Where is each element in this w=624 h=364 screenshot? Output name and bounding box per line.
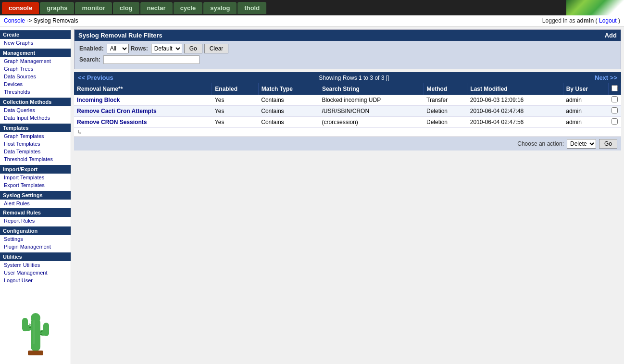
- nav-tab-nectar[interactable]: nectar: [140, 2, 173, 14]
- search-label: Search:: [79, 56, 100, 63]
- table-navigation: << Previous Showing Rows 1 to 3 of 3 [] …: [74, 72, 621, 83]
- breadcrumb-separator: ->: [26, 17, 33, 24]
- sidebar-item-data-sources[interactable]: Data Sources: [0, 73, 71, 80]
- showing-label: Showing Rows 1 to 3 of 3 []: [319, 75, 389, 81]
- sidebar-item-user-management[interactable]: User Management: [0, 269, 71, 276]
- sidebar-section-create: Create: [0, 30, 71, 39]
- breadcrumb-current: Syslog Removals: [34, 17, 78, 24]
- sidebar-item-removal-rules-active[interactable]: Removal Rules: [0, 208, 71, 217]
- enabled-select[interactable]: All Yes No: [107, 44, 129, 53]
- logged-in-user: admin: [577, 17, 594, 24]
- arrow-row: ↳: [74, 128, 621, 137]
- sidebar-section-import-export: Import/Export: [0, 165, 71, 174]
- row-checkbox[interactable]: [612, 107, 618, 113]
- next-link[interactable]: Next >>: [595, 74, 617, 81]
- row-name-link[interactable]: Remove Cacti Cron Attempts: [77, 108, 157, 114]
- th-search-string: Search String: [319, 83, 424, 95]
- prev-link[interactable]: << Previous: [78, 74, 113, 81]
- sidebar-item-host-templates[interactable]: Host Templates: [0, 140, 71, 148]
- filter-row-enabled: Enabled: All Yes No Rows: Default 10 20 …: [79, 44, 616, 53]
- sidebar-item-new-graphs[interactable]: New Graphs: [0, 39, 71, 47]
- sidebar-item-import-templates[interactable]: Import Templates: [0, 174, 71, 181]
- enabled-label: Enabled:: [79, 45, 104, 52]
- breadcrumb-console-link[interactable]: Console: [4, 17, 25, 24]
- nav-tab-clog[interactable]: clog: [113, 2, 139, 14]
- td-check: [609, 106, 621, 117]
- th-by-user: By User: [563, 83, 608, 95]
- sidebar-item-graph-management[interactable]: Graph Management: [0, 57, 71, 65]
- sidebar-item-settings[interactable]: Settings: [0, 235, 71, 243]
- main-layout: Create New Graphs Management Graph Manag…: [0, 26, 624, 364]
- td-by-user: admin: [563, 95, 608, 106]
- sidebar-item-plugin-management[interactable]: Plugin Management: [0, 243, 71, 251]
- top-navigation: console graphs monitor clog nectar cycle…: [0, 0, 624, 15]
- sidebar-item-data-templates[interactable]: Data Templates: [0, 148, 71, 155]
- nav-tab-console[interactable]: console: [2, 2, 39, 14]
- breadcrumb-bar: Console -> Syslog Removals Logged in as …: [0, 15, 624, 26]
- sidebar-item-graph-templates[interactable]: Graph Templates: [0, 132, 71, 140]
- cactus-logo: [0, 284, 71, 364]
- sidebar-item-data-input-methods[interactable]: Data Input Methods: [0, 114, 71, 122]
- action-go-button[interactable]: Go: [599, 139, 617, 149]
- clear-button[interactable]: Clear: [204, 44, 229, 53]
- table-row: Remove CRON Sessionts Yes Contains (cron…: [74, 117, 621, 128]
- logged-in-text: Logged in as: [542, 17, 577, 24]
- filter-panel: Syslog Removal Rule Filters Add Enabled:…: [74, 29, 621, 69]
- add-button[interactable]: Add: [605, 32, 617, 39]
- filter-body: Enabled: All Yes No Rows: Default 10 20 …: [75, 41, 621, 69]
- filter-row-search: Search:: [79, 55, 616, 64]
- sidebar-section-templates: Templates: [0, 124, 71, 132]
- sidebar-item-data-queries[interactable]: Data Queries: [0, 106, 71, 114]
- row-name-link[interactable]: Incoming Block: [77, 97, 120, 103]
- td-name: Incoming Block: [74, 95, 212, 106]
- sidebar-item-alert-rules[interactable]: Alert Rules: [0, 200, 71, 207]
- action-row: Choose an action: Delete Go: [74, 137, 621, 151]
- nav-tab-monitor[interactable]: monitor: [75, 2, 112, 14]
- sidebar: Create New Graphs Management Graph Manag…: [0, 26, 71, 364]
- td-last-modified: 2010-06-04 02:47:48: [467, 106, 563, 117]
- login-paren-close: ): [618, 17, 620, 24]
- sidebar-section-management: Management: [0, 49, 71, 57]
- td-by-user: admin: [563, 117, 608, 128]
- login-paren-open: (: [596, 17, 598, 24]
- sidebar-item-graph-trees[interactable]: Graph Trees: [0, 65, 71, 73]
- sidebar-item-threshold-templates[interactable]: Threshold Templates: [0, 155, 71, 163]
- go-button[interactable]: Go: [184, 44, 202, 53]
- sidebar-item-logout-user[interactable]: Logout User: [0, 276, 71, 284]
- sidebar-item-system-utilities[interactable]: System Utilities: [0, 261, 71, 269]
- login-info: Logged in as admin ( Logout ): [542, 17, 620, 24]
- data-table: Removal Name** Enabled Match Type Search…: [74, 83, 621, 128]
- sidebar-section-collection-methods: Collection Methods: [0, 98, 71, 106]
- row-name-link[interactable]: Remove CRON Sessionts: [77, 119, 147, 126]
- check-all-checkbox[interactable]: [612, 85, 618, 91]
- svg-point-5: [31, 313, 40, 323]
- nav-tab-cycle[interactable]: cycle: [174, 2, 203, 14]
- filter-header: Syslog Removal Rule Filters Add: [75, 30, 621, 41]
- row-checkbox[interactable]: [612, 118, 618, 125]
- td-name: Remove Cacti Cron Attempts: [74, 106, 212, 117]
- svg-rect-11: [33, 320, 35, 344]
- logout-link[interactable]: Logout: [599, 17, 617, 24]
- breadcrumb: Console -> Syslog Removals: [4, 17, 78, 24]
- table-header-row: Removal Name** Enabled Match Type Search…: [74, 83, 621, 95]
- sidebar-item-devices[interactable]: Devices: [0, 80, 71, 88]
- td-method: Transfer: [424, 95, 467, 106]
- row-checkbox[interactable]: [612, 96, 618, 102]
- td-name: Remove CRON Sessionts: [74, 117, 212, 128]
- rows-select[interactable]: Default 10 20 30 50: [151, 44, 182, 53]
- td-search-string: Blocked incoming UDP: [319, 95, 424, 106]
- sidebar-item-export-templates[interactable]: Export Templates: [0, 181, 71, 189]
- nav-tab-graphs[interactable]: graphs: [40, 2, 74, 14]
- sidebar-section-utilities: Utilities: [0, 252, 71, 261]
- td-match-type: Contains: [258, 117, 319, 128]
- nav-tab-thold[interactable]: thold: [237, 2, 266, 14]
- search-input[interactable]: [103, 55, 200, 64]
- svg-line-7: [29, 324, 31, 325]
- site-logo: [566, 0, 624, 15]
- sidebar-item-report-rules[interactable]: Report Rules: [0, 217, 71, 225]
- sidebar-item-thresholds[interactable]: Thresholds: [0, 88, 71, 96]
- nav-tab-syslog[interactable]: syslog: [203, 2, 237, 14]
- td-last-modified: 2010-06-03 12:09:16: [467, 95, 563, 106]
- th-enabled: Enabled: [212, 83, 258, 95]
- action-select[interactable]: Delete: [567, 139, 596, 149]
